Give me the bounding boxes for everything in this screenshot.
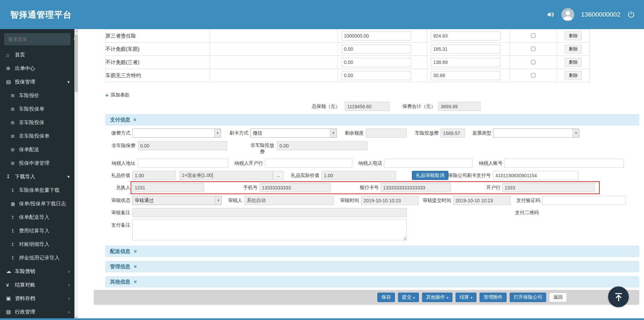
bank-input[interactable] <box>502 183 595 192</box>
sidebar-item-admin-management[interactable]: ▨ 行政管理 › <box>0 305 74 319</box>
section-management-header[interactable]: 管理信息 « <box>105 261 639 272</box>
pay-method-select[interactable]: ▼ <box>132 129 221 138</box>
sidebar-item-policy-delivery[interactable]: ⊞ 保单配送 <box>0 143 74 156</box>
sidebar-item-deposit-record-import[interactable]: ↥ 押金抵用记录导入 <box>0 251 74 265</box>
gift-value-input[interactable] <box>132 171 176 180</box>
delete-button[interactable]: 删除 <box>565 71 582 80</box>
sidebar-item-fee-settle-import[interactable]: ↥ 费用结算导入 <box>0 224 74 237</box>
sidebar-item-auto-proposal[interactable]: ⊞ 车险投保单 <box>0 102 74 116</box>
action-bar: 保存 提交 ▴ 其他操作 ▴ 结算 ▴ 管理附件 打开保险公司 返回 <box>94 290 639 305</box>
sidebar-item-nonauto-insure[interactable]: ⊞ 非车险投保 <box>0 116 74 129</box>
sidebar-item-issue-center[interactable]: ⊕ 出单中心 <box>0 62 74 75</box>
pay-code-label: 支付验证码 <box>506 196 540 205</box>
gift-more-button[interactable]: ... <box>273 171 284 180</box>
taxpayer-account-input[interactable] <box>504 159 624 168</box>
pay-remark-textarea[interactable] <box>132 219 407 241</box>
logout-icon[interactable] <box>627 10 635 19</box>
sidebar-item-auto-marketing[interactable]: ☁ 车险营销 › <box>0 265 74 278</box>
clause-premium-input[interactable] <box>431 45 501 54</box>
search-input[interactable] <box>4 37 73 42</box>
chevron-right-icon: › <box>68 269 70 274</box>
other-operations-button[interactable]: 其他操作 ▴ <box>422 293 452 302</box>
delete-button[interactable]: 删除 <box>565 58 582 67</box>
auditor-input[interactable] <box>244 196 334 205</box>
import-icon: ↥ <box>11 255 19 260</box>
insurer-card-pay-no-input[interactable] <box>493 171 578 180</box>
sidebar-item-insure-management[interactable]: ▤ 投保管理 ▾ <box>0 75 74 89</box>
back-to-top-button[interactable] <box>608 287 629 307</box>
gift-audit-cancel-button[interactable]: 礼品审核取消 <box>412 171 448 180</box>
gift-actual-input[interactable] <box>321 171 396 180</box>
sound-icon[interactable] <box>547 10 555 19</box>
back-button[interactable]: 返回 <box>549 293 567 302</box>
clause-amount-input[interactable] <box>341 45 411 54</box>
sidebar-item-reconcile-detail-import[interactable]: ↥ 对账明细导入 <box>0 237 74 251</box>
scroll-up-arrow[interactable]: ▲ <box>74 29 78 33</box>
delete-button[interactable]: 删除 <box>565 45 582 53</box>
audit-remark-input[interactable] <box>132 208 407 217</box>
remaining-quota-input[interactable] <box>366 129 407 138</box>
manage-attachments-button[interactable]: 管理附件 <box>480 293 507 302</box>
sidebar-item-archive[interactable]: ▣ 资料存档 › <box>0 292 74 305</box>
taxpayer-phone-input[interactable] <box>384 159 472 168</box>
section-payment-header[interactable]: 支付信息 « <box>105 114 639 125</box>
sidebar-item-download-import[interactable]: ↧ 下载导入 ▾ <box>0 170 74 183</box>
gift-item-input[interactable] <box>179 171 273 180</box>
arrow-up-to-top-icon <box>614 292 624 302</box>
taxpayer-address-label: 纳税人地址 <box>108 159 135 168</box>
sidebar-item-settle-reconcile[interactable]: ¥ 结算对账 › <box>0 278 74 292</box>
clause-amount-input[interactable] <box>341 58 411 67</box>
delete-button[interactable]: 删除 <box>565 31 582 40</box>
audit-time-input[interactable] <box>361 196 419 205</box>
open-insurer-button[interactable]: 打开保险公司 <box>510 293 546 302</box>
section-delivery-header[interactable]: 配送信息 « <box>105 246 639 257</box>
clause-premium-input[interactable] <box>431 71 501 80</box>
taxpayer-bank-input[interactable] <box>265 159 352 168</box>
pay-code-input[interactable] <box>542 196 626 205</box>
settle-button[interactable]: 结算 ▴ <box>456 293 476 302</box>
audit-status-label: 审核状态 <box>103 196 130 205</box>
invoice-type-select[interactable]: ▼ <box>493 129 579 138</box>
premium-total-input[interactable] <box>438 102 481 111</box>
sidebar-item-download-log[interactable]: ▦ 保单/投保单下载日志 <box>0 197 74 210</box>
clause-premium-input[interactable] <box>431 31 501 41</box>
save-button[interactable]: 保存 <box>377 293 395 302</box>
avatar[interactable] <box>561 8 574 21</box>
sidebar-item-batch-download[interactable]: ↧ 车险保单批量下载 <box>0 183 74 197</box>
import-icon: ↥ <box>11 242 19 247</box>
scrollbar-thumb[interactable] <box>75 35 78 92</box>
sidebar-item-auto-quote[interactable]: ⊞ 车险报价 <box>0 89 74 102</box>
audit-remark-label: 审核备注 <box>103 208 130 217</box>
audit-status-select[interactable]: 审核通过 ▼ <box>132 196 222 205</box>
clause-checkbox[interactable] <box>531 60 535 64</box>
redeemer-input[interactable] <box>132 183 204 192</box>
clause-amount-input[interactable] <box>341 31 411 41</box>
clause-premium-input[interactable] <box>431 58 501 67</box>
sidebar-scrollbar[interactable]: ▲ ▼ <box>74 29 78 320</box>
sidebar-item-nonauto-proposal[interactable]: ⊞ 非车险投保单 <box>0 129 74 143</box>
sidebar-item-label: 行政管理 <box>15 309 35 315</box>
bank-card-input[interactable] <box>381 183 451 192</box>
mobile-input[interactable] <box>260 183 331 192</box>
redeemer-label: 兑换人 <box>103 183 130 192</box>
nonauto-premium-input[interactable] <box>138 141 227 150</box>
submit-button[interactable]: 提交 ▴ <box>398 293 419 302</box>
clause-checkbox[interactable] <box>531 73 535 77</box>
caret-up-icon: ▴ <box>471 296 472 299</box>
chevron-down-icon: ▼ <box>214 129 221 137</box>
auto-delivery-fee-input[interactable] <box>441 129 465 138</box>
section-other-header[interactable]: 其他信息 « <box>105 276 639 288</box>
clause-checkbox[interactable] <box>531 33 535 38</box>
grid-icon: ⊞ <box>11 107 19 112</box>
add-clause-link[interactable]: + 添加条款 <box>105 92 130 98</box>
nonauto-delivery-fee-input[interactable] <box>277 141 368 150</box>
download-icon: ↧ <box>6 174 15 180</box>
taxpayer-address-input[interactable] <box>138 159 228 168</box>
clause-amount-input[interactable] <box>341 71 411 80</box>
audit-submit-time-input[interactable] <box>453 196 511 205</box>
sidebar-item-home[interactable]: ⌂ 首页 <box>0 48 74 62</box>
card-method-select[interactable]: 微信 ▼ <box>250 129 337 138</box>
sidebar-item-insure-apply-management[interactable]: ⊞ 投保申请管理 <box>0 156 74 170</box>
sidebar-item-delivery-import[interactable]: ↥ 保单配送导入 <box>0 210 74 224</box>
clause-checkbox[interactable] <box>531 47 535 51</box>
